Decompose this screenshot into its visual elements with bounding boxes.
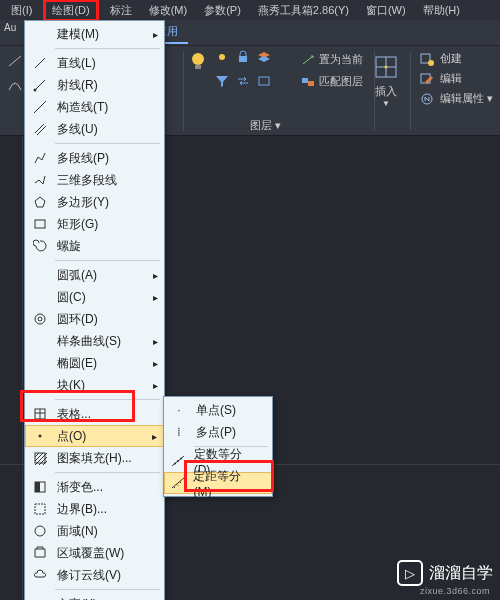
svg-point-16	[34, 89, 37, 92]
edit-button[interactable]: 编辑	[416, 70, 496, 87]
polygon-icon	[33, 195, 47, 209]
menu-item[interactable]: 图(I)	[5, 1, 38, 20]
layer-icon[interactable]	[256, 50, 272, 64]
menu-region[interactable]: 面域(N)	[25, 520, 164, 542]
ray-icon	[33, 78, 47, 92]
svg-rect-7	[308, 81, 314, 86]
measure-icon	[171, 476, 185, 490]
svg-point-19	[35, 314, 45, 324]
sun-icon[interactable]	[214, 50, 230, 64]
svg-point-29	[174, 463, 176, 465]
rect-icon	[33, 217, 47, 231]
svg-line-17	[34, 101, 46, 113]
menu-spline[interactable]: 样条曲线(S)▸	[25, 330, 164, 352]
pline-icon	[33, 151, 47, 165]
svg-point-20	[38, 317, 42, 321]
menubar: 图(I) 绘图(D) 标注 修改(M) 参数(P) 燕秀工具箱2.86(Y) 窗…	[0, 0, 500, 20]
create-button[interactable]: 创建	[416, 50, 496, 67]
cloud-icon	[33, 568, 47, 582]
menu-gradient[interactable]: 渐变色...	[25, 476, 164, 498]
wipeout-icon	[33, 546, 47, 560]
menu-item[interactable]: 窗口(W)	[360, 1, 412, 20]
menu-item[interactable]: 标注	[104, 1, 138, 20]
edit-attr-button[interactable]: 编辑属性 ▾	[416, 90, 496, 107]
svg-point-27	[35, 526, 45, 536]
svg-line-0	[9, 56, 21, 66]
menu-model[interactable]: 建模(M)▸	[25, 23, 164, 45]
menu-rect[interactable]: 矩形(G)	[25, 213, 164, 235]
match-layer-button[interactable]: 匹配图层	[296, 72, 368, 91]
menu-poly3d[interactable]: 三维多段线	[25, 169, 164, 191]
play-icon: ▷	[397, 560, 423, 586]
line-icon[interactable]	[7, 54, 23, 68]
set-current-button[interactable]: 置为当前	[296, 50, 368, 69]
svg-line-14	[35, 58, 45, 68]
menu-polyline[interactable]: 多段线(P)	[25, 147, 164, 169]
svg-line-32	[172, 478, 184, 488]
menu-revcloud[interactable]: 修订云线(V)	[25, 564, 164, 586]
draw-menu: 建模(M)▸ 直线(L) 射线(R) 构造线(T) 多线(U) 多段线(P) 三…	[24, 20, 165, 600]
watermark: ▷ 溜溜自学	[397, 560, 493, 586]
menu-table[interactable]: 表格...	[25, 403, 164, 425]
menu-polygon[interactable]: 多边形(Y)	[25, 191, 164, 213]
menu-constrline[interactable]: 构造线(T)	[25, 96, 164, 118]
xline-icon	[33, 100, 47, 114]
menu-line[interactable]: 直线(L)	[25, 52, 164, 74]
donut-icon	[33, 312, 47, 326]
menu-arc[interactable]: 圆弧(A)▸	[25, 264, 164, 286]
svg-point-30	[177, 460, 179, 462]
svg-rect-2	[195, 65, 201, 69]
svg-rect-26	[35, 504, 45, 514]
svg-rect-4	[239, 56, 247, 62]
watermark-url: zixue.3d66.com	[420, 586, 490, 596]
menu-wipeout[interactable]: 区域覆盖(W)	[25, 542, 164, 564]
submenu-multi[interactable]: ⁞多点(P)	[164, 421, 272, 443]
menu-ray[interactable]: 射线(R)	[25, 74, 164, 96]
svg-rect-5	[259, 77, 269, 85]
menu-donut[interactable]: 圆环(D)	[25, 308, 164, 330]
svg-rect-23	[35, 453, 45, 463]
arc-icon[interactable]	[7, 78, 23, 92]
square-icon[interactable]	[256, 74, 272, 88]
divide-icon	[171, 454, 185, 468]
aux-label: Au	[4, 22, 16, 33]
gradient-icon	[33, 480, 47, 494]
svg-point-22	[39, 435, 42, 438]
submenu-single[interactable]: ·单点(S)	[164, 399, 272, 421]
menu-point[interactable]: 点(O)▸	[25, 425, 164, 447]
bulb-icon[interactable]	[188, 50, 208, 92]
create-icon	[419, 52, 435, 66]
line-icon	[33, 56, 47, 70]
attr-icon	[419, 92, 435, 106]
menu-boundary[interactable]: 边界(B)...	[25, 498, 164, 520]
edit-icon	[419, 72, 435, 86]
menu-item[interactable]: 参数(P)	[198, 1, 247, 20]
menu-item[interactable]: 帮助(H)	[417, 1, 466, 20]
menu-hatch[interactable]: 图案填充(H)...	[25, 447, 164, 469]
spiral-icon	[33, 239, 47, 253]
svg-point-3	[219, 54, 225, 60]
svg-line-15	[35, 80, 45, 90]
menu-item[interactable]: 燕秀工具箱2.86(Y)	[252, 1, 355, 20]
region-icon	[33, 524, 47, 538]
menu-circle[interactable]: 圆(C)▸	[25, 286, 164, 308]
swap-icon[interactable]	[235, 74, 251, 88]
menu-text[interactable]: 文字(X)▸	[25, 593, 164, 600]
mline-icon	[33, 122, 47, 136]
menu-spiral[interactable]: 螺旋	[25, 235, 164, 257]
submenu-measure[interactable]: 定距等分(M)	[164, 472, 272, 494]
menu-mline[interactable]: 多线(U)	[25, 118, 164, 140]
svg-point-9	[384, 66, 387, 69]
menu-block[interactable]: 块(K)▸	[25, 374, 164, 396]
filter-icon[interactable]	[214, 74, 230, 88]
boundary-icon	[33, 502, 47, 516]
lock-icon[interactable]	[235, 50, 251, 64]
menu-ellipse[interactable]: 椭圆(E)▸	[25, 352, 164, 374]
table-icon	[33, 407, 47, 421]
insert-button[interactable]: 插入▼	[367, 50, 405, 130]
svg-rect-6	[302, 78, 308, 83]
menu-item[interactable]: 修改(M)	[143, 1, 194, 20]
panel-label-layers[interactable]: 图层 ▾	[250, 118, 281, 133]
menu-draw[interactable]: 绘图(D)	[43, 0, 98, 22]
svg-point-11	[428, 60, 434, 66]
